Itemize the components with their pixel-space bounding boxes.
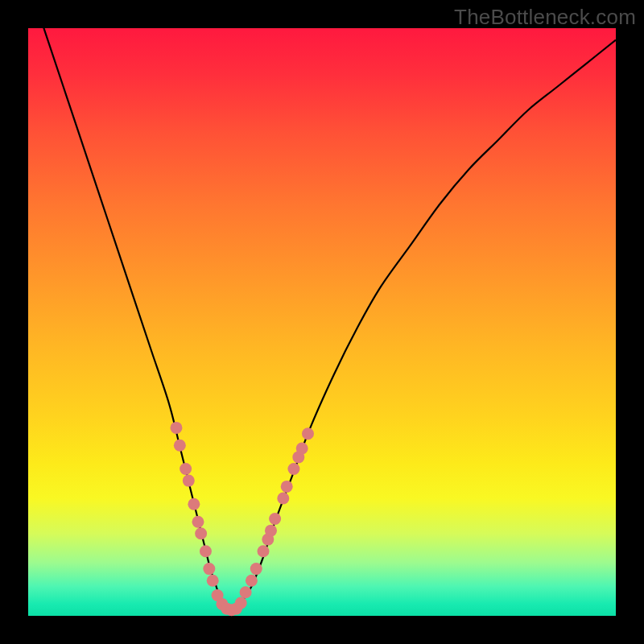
curve-layer xyxy=(28,0,616,611)
curve-marker xyxy=(170,422,182,434)
curve-marker xyxy=(269,513,281,525)
curve-marker xyxy=(195,527,207,539)
curve-marker xyxy=(188,498,200,510)
curve-marker xyxy=(235,597,247,609)
curve-marker xyxy=(250,563,262,575)
curve-marker xyxy=(287,463,299,475)
curve-marker xyxy=(183,475,195,487)
curve-marker xyxy=(200,545,212,557)
curve-marker xyxy=(180,463,192,475)
curve-marker xyxy=(240,586,252,598)
curve-marker xyxy=(174,440,186,452)
curve-marker xyxy=(258,545,270,557)
bottleneck-curve xyxy=(28,0,616,611)
curve-marker xyxy=(277,493,289,505)
markers-layer xyxy=(170,422,314,616)
plot-area xyxy=(28,28,616,616)
curve-marker xyxy=(246,575,258,587)
curve-marker xyxy=(192,516,204,528)
chart-svg xyxy=(28,28,616,616)
watermark-text: TheBottleneck.com xyxy=(454,5,636,30)
curve-marker xyxy=(281,481,293,493)
curve-marker xyxy=(207,575,219,587)
chart-frame: TheBottleneck.com xyxy=(0,0,644,644)
curve-marker xyxy=(203,563,215,575)
curve-marker xyxy=(265,525,277,537)
curve-marker xyxy=(302,427,314,440)
curve-marker xyxy=(296,442,308,454)
